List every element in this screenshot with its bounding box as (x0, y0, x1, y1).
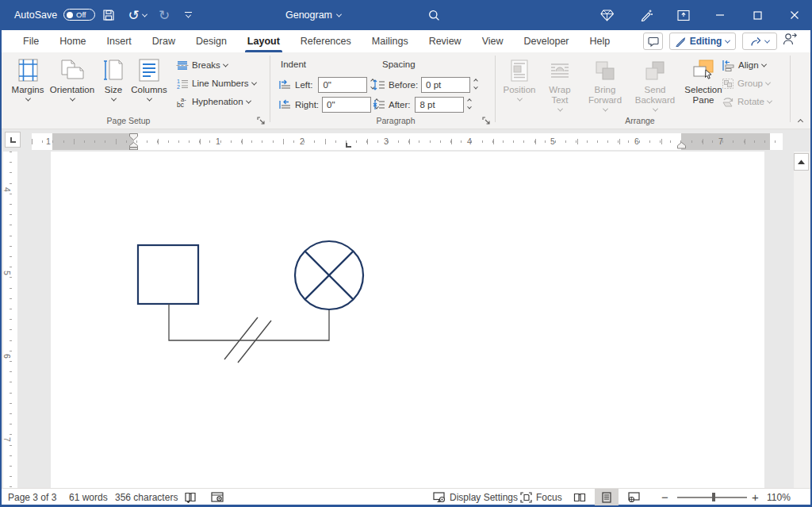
spacing-after-stepper[interactable] (468, 99, 471, 109)
spacing-before-icon (373, 79, 385, 90)
genogram-connector[interactable] (169, 304, 329, 340)
wrap-text-button[interactable]: Wrap Text (540, 55, 580, 126)
macro-record-button[interactable] (211, 489, 224, 505)
status-bar: Page 3 of 3 61 words 356 characters Disp… (2, 488, 810, 507)
redo-button[interactable]: ↻ (154, 0, 174, 30)
chevron-down-icon (516, 96, 522, 102)
undo-button[interactable]: ↺ (124, 0, 151, 30)
margins-button[interactable]: Margins (10, 55, 46, 126)
vertical-ruler[interactable]: 4 5 6 7 (3, 152, 17, 488)
word-count[interactable]: 61 words (69, 489, 108, 505)
group-separator (790, 56, 791, 122)
search-button[interactable] (423, 0, 444, 30)
zoom-in-button[interactable]: + (752, 489, 759, 505)
spacing-before-stepper[interactable] (474, 79, 477, 90)
web-layout-icon (628, 492, 640, 502)
group-button[interactable]: Group (722, 76, 770, 90)
chevron-down-icon (761, 61, 767, 67)
tab-home[interactable]: Home (49, 30, 96, 52)
zoom-level[interactable]: 110% (767, 489, 791, 505)
chevron-down-icon (557, 106, 562, 112)
genogram-circle-x[interactable] (295, 241, 363, 309)
scroll-up-button[interactable] (794, 153, 809, 171)
customize-quick-access-button[interactable] (178, 0, 198, 30)
print-layout-button[interactable] (595, 489, 619, 505)
spacing-after-input[interactable]: 8 pt (415, 97, 464, 113)
minimize-button[interactable] (707, 0, 733, 30)
wrap-text-label: Wrap Text (544, 85, 576, 106)
ruler-number: 5 (2, 271, 12, 275)
hyphenation-icon: a-bc (176, 96, 189, 108)
tab-mailings[interactable]: Mailings (362, 30, 419, 52)
ruler-number: 6 (2, 354, 12, 359)
hanging-indent-marker[interactable] (129, 142, 138, 150)
tab-draw[interactable]: Draw (142, 30, 186, 52)
rotate-button[interactable]: Rotate (722, 94, 772, 109)
zoom-out-button[interactable]: − (661, 489, 668, 505)
share-button[interactable] (742, 33, 777, 50)
selection-pane-button[interactable]: Selection Pane (681, 55, 726, 126)
tab-developer[interactable]: Developer (514, 30, 580, 52)
indent-right-input[interactable]: 0" (322, 97, 371, 113)
tab-selector-button[interactable] (5, 132, 21, 148)
tab-insert[interactable]: Insert (97, 30, 142, 52)
vertical-scrollbar[interactable] (794, 152, 810, 488)
margins-label: Margins (12, 85, 44, 95)
web-layout-button[interactable] (622, 489, 645, 505)
premium-button[interactable] (596, 0, 617, 30)
zoom-slider-thumb[interactable] (712, 493, 715, 501)
undo-icon: ↺ (128, 9, 139, 22)
page-indicator[interactable]: Page 3 of 3 (8, 489, 56, 505)
maximize-button[interactable] (745, 0, 770, 30)
character-count[interactable]: 356 characters (115, 489, 178, 505)
autosave-toggle[interactable]: Off (63, 9, 95, 21)
spacing-before-input[interactable]: 0 pt (421, 77, 470, 93)
hyphenation-button[interactable]: a-bc Hyphenation (176, 94, 251, 109)
tab-layout[interactable]: Layout (237, 30, 290, 52)
share-icon (750, 36, 761, 47)
display-settings-button[interactable]: Display Settings (433, 489, 518, 505)
close-button[interactable] (782, 0, 807, 30)
align-button[interactable]: Align (722, 58, 766, 72)
tab-references[interactable]: References (290, 30, 362, 52)
ribbon-display-options-button[interactable] (673, 0, 694, 30)
line-numbers-icon: 12 (176, 78, 189, 90)
tab-design[interactable]: Design (186, 30, 237, 52)
indent-left-input[interactable]: 0" (318, 77, 367, 93)
proofing-status-button[interactable] (184, 489, 197, 505)
comments-button[interactable] (643, 33, 663, 50)
presence-button[interactable] (782, 32, 798, 46)
read-mode-icon (573, 493, 586, 502)
paragraph-dialog-launcher[interactable] (482, 117, 491, 125)
first-line-indent-marker[interactable] (129, 133, 138, 140)
position-button[interactable]: Position (500, 55, 538, 126)
tab-view[interactable]: View (472, 30, 514, 52)
tab-stop-marker[interactable] (346, 143, 351, 148)
collapse-ribbon-button[interactable] (798, 119, 803, 125)
minimize-icon (715, 10, 725, 20)
breaks-button[interactable]: Breaks (176, 58, 228, 72)
breaks-icon (176, 60, 189, 71)
tab-review[interactable]: Review (419, 30, 472, 52)
indent-right-label: Right: (295, 100, 319, 109)
read-mode-button[interactable] (568, 489, 592, 505)
editor-button[interactable] (636, 0, 657, 30)
line-numbers-button[interactable]: 12 Line Numbers (176, 76, 256, 90)
print-layout-icon (602, 492, 611, 503)
right-indent-marker[interactable] (677, 142, 686, 149)
focus-button[interactable]: Focus (520, 489, 562, 505)
document-page[interactable] (51, 152, 764, 488)
tab-file[interactable]: File (13, 30, 49, 52)
wrap-text-icon (550, 57, 570, 83)
redo-icon: ↻ (159, 9, 170, 22)
document-title[interactable]: Genogram (270, 0, 357, 30)
horizontal-ruler[interactable]: 1 1 2 3 4 5 6 7 (32, 133, 783, 150)
chevron-down-icon (146, 96, 151, 102)
tab-help[interactable]: Help (580, 30, 621, 52)
save-button[interactable] (98, 0, 119, 30)
editing-mode-dropdown[interactable]: Editing (669, 33, 736, 50)
genogram-square[interactable] (138, 245, 198, 304)
ruler-number: 7 (716, 136, 726, 146)
focus-icon (520, 492, 532, 503)
page-setup-dialog-launcher[interactable] (257, 117, 266, 125)
